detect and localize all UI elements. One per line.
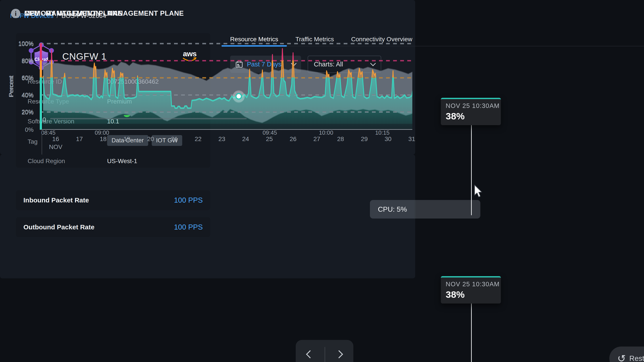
x-day-label: 19 — [124, 135, 130, 142]
x-day-label: 18 — [100, 135, 106, 142]
chevron-right-icon — [335, 350, 343, 359]
tooltip-value: 38% — [446, 289, 496, 300]
crosshair-line-memory — [471, 303, 472, 362]
cpu-hover-tooltip: CPU: 5% — [370, 200, 480, 219]
x-day-label: 16 — [52, 135, 59, 142]
x-day-label: 22 — [194, 135, 202, 142]
x-time-label: 09:00 — [95, 129, 109, 136]
x-day-label: 20 — [147, 135, 154, 142]
x-day-label: 31 — [408, 135, 415, 142]
x-day-label: 27 — [314, 135, 320, 142]
next-chart-button[interactable] — [325, 340, 354, 362]
x-time-label: 10:15 — [375, 129, 390, 136]
chart-carousel — [296, 340, 353, 362]
restart-arrow-icon: ↺ — [617, 354, 626, 362]
x-month-label: NOV — [49, 143, 62, 150]
x-day-label: 28 — [337, 135, 344, 142]
cpu-crosshair-tooltip: NOV 25 10:30AM 38% — [441, 98, 501, 125]
restart-button[interactable]: ↺ Restart — [609, 347, 644, 362]
tooltip-timestamp: NOV 25 10:30AM — [446, 281, 496, 288]
x-time-label: 08:45 — [41, 129, 56, 136]
memory-management-plane-chart-card: 100%80%60%40%20%0%Percent08:4509:0009:45… — [0, 154, 415, 278]
inbound-packet-rate-label: Inbound Packet Rate — [24, 196, 89, 204]
x-day-label: 24 — [242, 135, 249, 142]
carousel-divider — [325, 347, 325, 362]
outbound-packet-rate-label: Outbound Packet Rate — [24, 223, 94, 231]
tooltip-value: 38% — [446, 111, 496, 122]
memory-crosshair-tooltip: NOV 25 10:30AM 38% — [441, 276, 501, 304]
crosshair-line-cpu — [471, 125, 472, 215]
x-day-label: 17 — [76, 135, 83, 142]
outbound-packet-rate-value: 100 PPS — [174, 223, 203, 231]
x-time-label: 09:45 — [262, 129, 277, 136]
inbound-packet-rate-value: 100 PPS — [174, 196, 203, 204]
x-day-label: 25 — [266, 135, 273, 142]
previous-chart-button[interactable] — [296, 340, 325, 362]
chevron-left-icon — [306, 350, 314, 359]
y-tick-label: 0% — [25, 126, 34, 133]
outbound-packet-rate-card: Outbound Packet Rate 100 PPS — [16, 217, 210, 237]
x-day-label: 21 — [171, 135, 178, 142]
x-time-label: 10:00 — [319, 129, 333, 136]
field-cloud-region: Cloud RegionUS-West-1 — [28, 158, 200, 165]
inbound-packet-rate-card: Inbound Packet Rate 100 PPS — [16, 190, 210, 210]
x-day-label: 29 — [361, 135, 368, 142]
restart-label: Restart — [630, 354, 644, 362]
x-day-label: 23 — [218, 135, 225, 142]
mouse-cursor — [474, 185, 484, 199]
x-day-label: 26 — [290, 135, 296, 142]
tooltip-timestamp: NOV 25 10:30AM — [446, 102, 496, 109]
x-day-label: 30 — [384, 135, 391, 142]
